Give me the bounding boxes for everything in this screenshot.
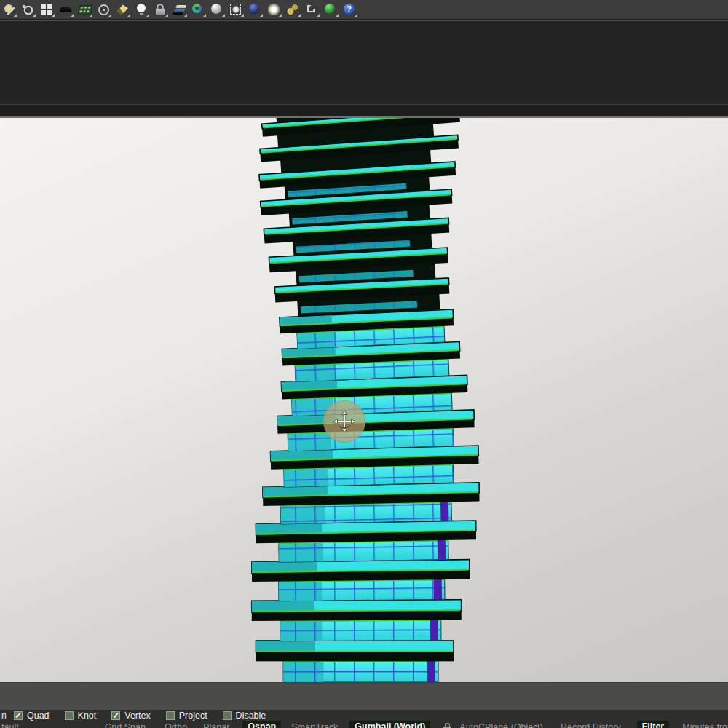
osnap-label: Project (179, 711, 207, 721)
twisted-tower-model (0, 118, 728, 682)
gears-icon (287, 4, 298, 15)
checkbox-project[interactable] (166, 711, 175, 720)
sphere-selection-icon (230, 4, 241, 15)
checkbox-quad[interactable]: ✓ (14, 711, 23, 720)
torus-material-icon[interactable] (190, 1, 206, 18)
gears-icon[interactable] (285, 1, 301, 18)
osnap-toggle-knot[interactable]: Knot (65, 711, 97, 721)
vehicle-icon[interactable] (58, 1, 74, 18)
layer-stack-icon (171, 4, 186, 15)
ground-plane (0, 682, 728, 711)
move-arrows-icon (331, 408, 357, 435)
circuit-board-icon[interactable] (76, 1, 92, 18)
command-history-panel[interactable] (0, 20, 728, 104)
osnap-toggle-quad[interactable]: ✓Quad (14, 711, 50, 721)
osnap-label: Knot (78, 711, 97, 721)
status-panes-row: faultGrid SnapOrthoPlanarOsnapSmartTrack… (0, 721, 728, 728)
zoom-rotate-icon[interactable] (20, 1, 36, 18)
3d-viewport[interactable] (0, 116, 728, 682)
check-icon: ✓ (15, 711, 22, 721)
torus-material-icon (192, 4, 202, 13)
cplane-pane[interactable]: fault (1, 722, 19, 728)
layer-stack-icon[interactable] (171, 1, 187, 18)
green-sphere-icon (325, 4, 335, 14)
status-bar: n ✓QuadKnot✓VertexProjectDisable faultGr… (0, 710, 728, 728)
lock-icon[interactable] (152, 1, 168, 18)
main-toolbar: ? (0, 0, 728, 20)
osnap-toggle-project[interactable]: Project (166, 711, 207, 721)
viewport-layout-icon[interactable] (39, 1, 55, 18)
gumball-pane[interactable]: Gumball (World) (349, 721, 430, 728)
osnap-toggle-vertex[interactable]: ✓Vertex (111, 711, 150, 721)
vehicle-icon (60, 7, 71, 12)
lightbulb-icon[interactable] (133, 1, 149, 18)
check-icon: ✓ (112, 711, 119, 721)
lock-icon (154, 4, 166, 15)
filter-pane[interactable]: Filter (637, 721, 670, 728)
rotate-view-icon (98, 4, 109, 15)
autosave-pane[interactable]: Minutes from last save: 10 (682, 722, 728, 728)
osnap-toggle-disable[interactable]: Disable (223, 711, 266, 721)
zoom-rotate-icon (22, 4, 33, 15)
osnap-pane[interactable]: Osnap (242, 721, 281, 728)
blue-sphere-icon (249, 4, 259, 14)
zoom-extents-icon (3, 4, 15, 15)
viewport-layout-icon (41, 4, 52, 15)
sphere-selection-icon[interactable] (228, 1, 244, 18)
checkbox-disable[interactable] (223, 711, 232, 720)
autocplane-pane[interactable]: AutoCPlane (Object) (459, 722, 543, 728)
checkbox-vertex[interactable]: ✓ (111, 711, 120, 720)
smarttrack-pane[interactable]: SmartTrack (291, 722, 338, 728)
gray-sphere-icon[interactable] (209, 1, 225, 18)
circuit-board-icon (77, 5, 93, 15)
osnap-label: Disable (236, 711, 266, 721)
help-icon: ? (344, 4, 355, 15)
application-window: ? n ✓ (0, 0, 728, 728)
zoom-extents-icon[interactable] (1, 1, 17, 18)
grid-snap-pane[interactable]: Grid Snap (105, 722, 146, 728)
lightbulb-icon (135, 4, 147, 15)
spotlight-icon (116, 4, 128, 15)
green-sphere-icon[interactable] (323, 1, 339, 18)
ortho-pane[interactable]: Ortho (165, 722, 187, 728)
rotate-view-icon[interactable] (95, 1, 111, 18)
glow-render-icon (268, 4, 280, 15)
record-history-pane[interactable]: Record History (561, 722, 621, 728)
osnap-label: Quad (27, 711, 50, 721)
planar-pane[interactable]: Planar (203, 722, 229, 728)
glow-render-icon[interactable] (266, 1, 282, 18)
osnap-label: Vertex (124, 711, 150, 721)
orbit-cursor (323, 400, 365, 443)
checkbox-knot[interactable] (65, 711, 74, 720)
osnap-row: n ✓QuadKnot✓VertexProjectDisable (0, 710, 728, 721)
schematic-icon (307, 5, 315, 12)
schematic-icon[interactable] (304, 1, 320, 18)
osnap-partial-label: n (1, 711, 7, 721)
help-icon[interactable]: ? (341, 1, 357, 18)
gray-sphere-icon (211, 4, 221, 14)
command-prompt[interactable] (0, 104, 728, 116)
blue-sphere-icon[interactable] (247, 1, 263, 18)
spotlight-icon[interactable] (114, 1, 130, 18)
